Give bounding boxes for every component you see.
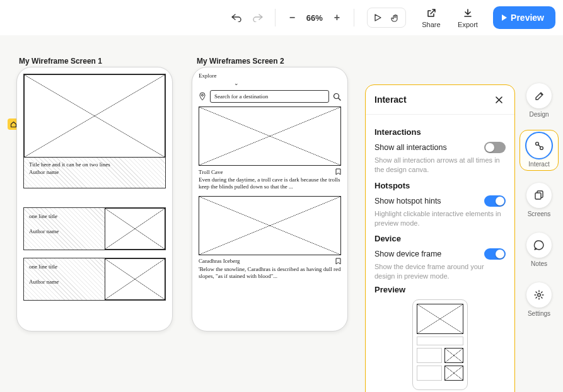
share-button[interactable]: Share	[415, 7, 448, 28]
svg-rect-3	[535, 193, 541, 199]
list-item[interactable]: Caradhras Iceberg 'Below the snowline, C…	[199, 196, 341, 280]
share-label: Share	[422, 21, 440, 28]
undo-button[interactable]	[227, 8, 245, 27]
map-pin-icon	[199, 92, 206, 101]
image-placeholder	[199, 196, 341, 255]
text-placeholder	[417, 348, 442, 363]
zoom-level: 66%	[305, 13, 324, 23]
item-title: Troll Cave	[199, 169, 223, 175]
device-frame-1[interactable]: Title here and it can be on two lines Au…	[16, 67, 173, 331]
item-title: Caradhras Iceberg	[199, 258, 240, 264]
top-toolbar: − 66% + Share Export Preview	[0, 0, 563, 35]
show-device-frame-toggle[interactable]	[484, 248, 506, 260]
show-all-interactions-desc: Show all interaction arrows at all times…	[374, 156, 506, 175]
right-rail: Design Interact Screens Notes Settings	[518, 81, 560, 320]
show-hotspot-hints-label: Show hotspot hints	[374, 197, 441, 205]
zoom-in-button[interactable]: +	[328, 8, 346, 27]
bookmark-icon[interactable]	[335, 258, 341, 265]
chevron-down-icon[interactable]: ⌄	[192, 80, 347, 86]
rail-label: Settings	[528, 310, 550, 317]
text-placeholder	[417, 337, 463, 345]
device-preview-thumbnail	[412, 299, 468, 390]
toolbar-divider	[275, 9, 276, 26]
card-author: Author name	[29, 228, 100, 234]
play-icon	[502, 14, 507, 21]
show-hotspot-hints-toggle[interactable]	[484, 195, 506, 207]
rail-label: Interact	[528, 161, 549, 168]
redo-button[interactable]	[249, 8, 267, 27]
card-small[interactable]: one line title Author name	[23, 207, 166, 250]
interact-icon	[526, 133, 552, 158]
rail-interact[interactable]: Interact	[520, 130, 558, 170]
design-canvas[interactable]: My Wireframe Screen 1 Title here and it …	[0, 35, 563, 392]
show-device-frame-label: Show device frame	[374, 250, 441, 258]
image-placeholder	[24, 74, 165, 158]
svg-point-2	[540, 146, 543, 149]
image-placeholder	[417, 304, 463, 334]
notes-icon	[526, 233, 552, 258]
show-all-interactions-label: Show all interactions	[374, 143, 447, 152]
preview-button[interactable]: Preview	[493, 6, 555, 29]
rail-notes[interactable]: Notes	[520, 230, 558, 270]
panel-title: Interact	[374, 95, 407, 105]
explore-heading: Explore	[199, 72, 217, 79]
section-heading-hotspots: Hotspots	[374, 181, 506, 190]
rail-screens[interactable]: Screens	[520, 180, 558, 220]
hand-mode-button[interactable]	[386, 9, 404, 26]
section-heading-device: Device	[374, 234, 506, 243]
svg-point-4	[538, 294, 541, 297]
bookmark-icon[interactable]	[335, 168, 341, 175]
search-input[interactable]: Search for a destination	[210, 90, 329, 103]
show-hotspot-hints-desc: Highlight clickable interactive elements…	[374, 209, 506, 228]
search-row: Search for a destination	[199, 90, 341, 103]
section-heading-interactions: Interactions	[374, 127, 506, 137]
show-all-interactions-toggle[interactable]	[484, 142, 506, 153]
close-button[interactable]	[492, 93, 506, 107]
close-icon	[496, 96, 502, 103]
search-icon[interactable]	[333, 93, 341, 101]
settings-icon	[526, 282, 552, 308]
image-placeholder	[199, 107, 341, 166]
preview-heading: Preview	[374, 285, 506, 294]
item-body: Even during the daytime, a troll cave is…	[199, 176, 341, 191]
screen-title[interactable]: My Wireframe Screen 1	[19, 57, 102, 66]
play-mode-button[interactable]	[369, 9, 386, 26]
card-title: one line title	[29, 263, 100, 270]
pencil-icon	[526, 83, 552, 108]
device-frame-2[interactable]: Explore ⌄ Search for a destination Troll…	[192, 67, 348, 331]
export-label: Export	[458, 21, 478, 28]
card-author: Author name	[29, 279, 100, 285]
interact-panel: Interact Interactions Show all interacti…	[365, 84, 515, 392]
item-body: 'Below the snowline, Caradhras is descri…	[199, 266, 341, 280]
export-button[interactable]: Export	[451, 7, 484, 28]
screen-title[interactable]: My Wireframes Screen 2	[197, 57, 284, 66]
cursor-mode-group	[367, 8, 406, 28]
rail-design[interactable]: Design	[520, 81, 558, 120]
card-author: Author name	[24, 169, 165, 188]
rail-settings[interactable]: Settings	[520, 280, 558, 320]
card-title: Title here and it can be on two lines	[24, 158, 165, 169]
rail-label: Screens	[528, 210, 551, 217]
card-large[interactable]: Title here and it can be on two lines Au…	[23, 74, 166, 188]
svg-point-1	[535, 142, 538, 145]
image-placeholder	[105, 258, 165, 300]
home-icon	[10, 121, 17, 128]
zoom-out-button[interactable]: −	[283, 8, 301, 27]
card-small[interactable]: one line title Author name	[23, 258, 166, 301]
text-placeholder	[417, 366, 442, 381]
list-item[interactable]: Troll Cave Even during the daytime, a tr…	[199, 107, 341, 191]
share-icon	[426, 7, 436, 20]
image-placeholder	[105, 208, 165, 250]
preview-button-label: Preview	[511, 13, 544, 23]
rail-label: Design	[529, 111, 548, 118]
card-title: one line title	[29, 213, 100, 219]
screens-icon	[526, 183, 552, 208]
export-icon	[463, 7, 473, 20]
show-device-frame-desc: Show the device frame around your design…	[374, 262, 506, 281]
svg-point-0	[334, 93, 339, 98]
image-placeholder	[444, 348, 463, 363]
rail-label: Notes	[531, 260, 547, 267]
toolbar-divider	[354, 9, 354, 26]
image-placeholder	[444, 366, 463, 381]
